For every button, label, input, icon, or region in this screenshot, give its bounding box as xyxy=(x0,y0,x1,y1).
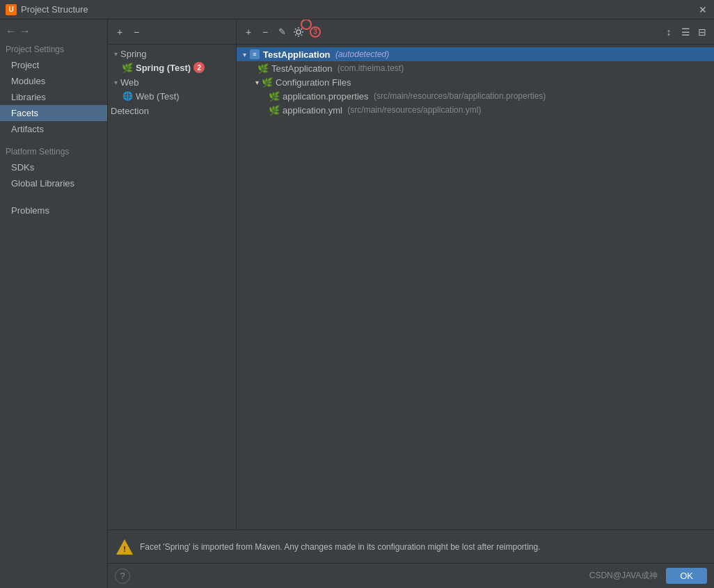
facets-tree[interactable]: ▾ Spring 🌿 Spring (Test) 2 ▾ Web xyxy=(108,45,236,530)
right-panel: + − ▾ Spring 🌿 Spring (Test) xyxy=(108,19,714,588)
bottom-actions: CSDN@JAVA成神 OK xyxy=(589,568,707,584)
web-icon: 🌐 xyxy=(122,90,133,102)
add-facet-button[interactable]: + xyxy=(112,24,127,40)
detail-tree[interactable]: ▾ ≡ TestApplication (autodetected) 🌿 Tes… xyxy=(237,45,714,530)
web-group[interactable]: ▾ Web xyxy=(108,76,236,89)
title-bar: U Project Structure ✕ xyxy=(0,0,714,19)
badge-3-icon: 3 xyxy=(310,26,321,38)
detail-edit-button[interactable]: ✎ xyxy=(274,24,289,40)
sidebar-item-problems[interactable]: Problems xyxy=(0,202,107,218)
collapse-button[interactable]: ⊟ xyxy=(695,24,710,40)
sidebar-item-project[interactable]: Project xyxy=(0,57,107,73)
nav-arrows: ← → xyxy=(0,22,107,40)
app-logo-icon: U xyxy=(6,4,17,15)
bottom-bar: ? CSDN@JAVA成神 OK xyxy=(108,563,714,588)
sidebar: ← → Project Settings Project Modules Lib… xyxy=(0,19,108,588)
forward-arrow[interactable]: → xyxy=(19,25,31,38)
sidebar-item-modules[interactable]: Modules xyxy=(0,73,107,89)
spring-gear-icon: 🌿 xyxy=(257,63,269,74)
config-files-group[interactable]: ▾ 🌿 Configuration Files xyxy=(237,75,714,89)
detail-toolbar: + − ✎ xyxy=(237,19,714,45)
properties-file-icon: 🌿 xyxy=(269,90,280,102)
sidebar-item-sdks[interactable]: SDKs xyxy=(0,159,107,175)
badge3-wrapper: 3 xyxy=(308,24,323,40)
svg-point-0 xyxy=(296,30,301,34)
group-button[interactable]: ☰ xyxy=(678,24,693,40)
warning-triangle: ! xyxy=(116,539,133,555)
module-struct-icon: ≡ xyxy=(249,49,260,60)
web-test-item[interactable]: 🌐 Web (Test) xyxy=(108,89,236,103)
spring-test-item[interactable]: 🌿 Spring (Test) 2 xyxy=(108,61,236,74)
main-layout: ← → Project Settings Project Modules Lib… xyxy=(0,19,714,588)
project-settings-section: Project Settings xyxy=(0,40,107,57)
close-button[interactable]: ✕ xyxy=(697,4,708,15)
ok-button[interactable]: OK xyxy=(666,568,707,584)
detail-remove-button[interactable]: − xyxy=(257,24,273,40)
spring-group[interactable]: ▾ Spring xyxy=(108,47,236,61)
yml-file-icon: 🌿 xyxy=(269,104,280,116)
detection-group[interactable]: Detection xyxy=(108,104,236,118)
platform-settings-section: Platform Settings xyxy=(0,143,107,159)
sort-button[interactable]: ↕ xyxy=(661,24,676,40)
test-application-item[interactable]: 🌿 TestApplication (com.itheima.test) xyxy=(237,61,714,75)
gear-button[interactable] xyxy=(291,24,306,40)
window-controls: ✕ xyxy=(697,4,708,15)
app-yml-item[interactable]: 🌿 application.yml (src/main/resources/ap… xyxy=(237,103,714,117)
badge-2: 2 xyxy=(193,62,205,73)
window-title: Project Structure xyxy=(21,4,88,15)
watermark-text: CSDN@JAVA成神 xyxy=(589,570,658,582)
gear-button-wrapper xyxy=(291,24,306,40)
root-tree-item[interactable]: ▾ ≡ TestApplication (autodetected) xyxy=(237,47,714,61)
title-bar-left: U Project Structure xyxy=(6,4,88,15)
sidebar-item-facets[interactable]: Facets xyxy=(0,105,107,121)
sidebar-item-libraries[interactable]: Libraries xyxy=(0,89,107,105)
back-arrow[interactable]: ← xyxy=(6,25,17,38)
sort-controls: ↕ ☰ ⊟ xyxy=(661,24,710,40)
sidebar-item-artifacts[interactable]: Artifacts xyxy=(0,121,107,137)
status-bar: ! Facet 'Spring' is imported from Maven.… xyxy=(108,530,714,563)
help-button[interactable]: ? xyxy=(115,569,130,584)
app-properties-item[interactable]: 🌿 application.properties (src/main/resou… xyxy=(237,89,714,103)
number3-badge[interactable]: 3 xyxy=(308,24,323,40)
status-text: Facet 'Spring' is imported from Maven. A… xyxy=(140,542,706,552)
config-folder-icon: 🌿 xyxy=(262,77,273,88)
spring-leaf-icon: 🌿 xyxy=(122,62,133,73)
detail-add-button[interactable]: + xyxy=(241,24,256,40)
facets-toolbar: + − xyxy=(108,19,236,45)
sidebar-item-global-libraries[interactable]: Global Libraries xyxy=(0,175,107,191)
remove-facet-button[interactable]: − xyxy=(129,24,144,40)
